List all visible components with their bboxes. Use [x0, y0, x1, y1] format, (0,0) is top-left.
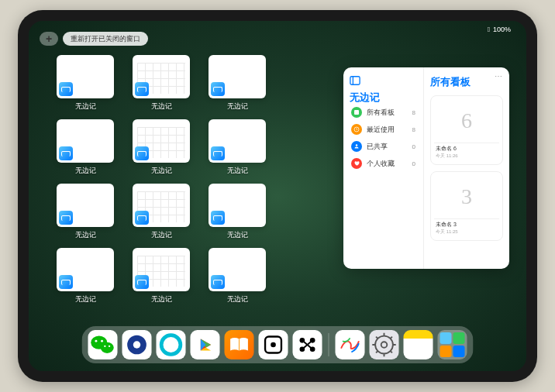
board-name: 未命名 6 [436, 145, 498, 153]
panel-item-share[interactable]: 已共享 0 [350, 139, 417, 154]
tile-preview [209, 119, 266, 163]
board-info: 未命名 6 今天 11:26 [434, 143, 499, 161]
board-card[interactable]: 3 未命名 3 今天 11:25 [430, 171, 503, 241]
svg-point-25 [381, 342, 388, 348]
mini-app-icon [453, 346, 465, 357]
panel-right: ⋯ 所有看板 6 未命名 6 今天 11:26 3 未命名 3 今天 11:25 [424, 67, 509, 269]
tile-label: 无边记 [227, 294, 248, 304]
app-window-tile[interactable]: 无边记 [52, 119, 119, 176]
qq-browser-icon[interactable]: HD [157, 330, 186, 359]
notes-icon[interactable] [404, 330, 433, 359]
app-window-tile[interactable]: 无边记 [204, 248, 271, 304]
board-time: 今天 11:26 [436, 153, 498, 160]
reopen-closed-window-button[interactable]: 重新打开已关闭的窗口 [63, 32, 148, 46]
app-window-tile[interactable]: 无边记 [128, 248, 195, 304]
freeform-app-icon [135, 275, 149, 289]
board-info: 未命名 3 今天 11:25 [434, 218, 499, 237]
svg-line-32 [390, 337, 392, 339]
clock-icon [351, 124, 362, 135]
svg-point-12 [133, 341, 141, 349]
more-button[interactable]: ⋯ [495, 72, 503, 81]
tile-preview [133, 184, 190, 227]
freeform-app-icon [211, 211, 225, 225]
item-label: 最近使用 [367, 125, 408, 135]
svg-line-30 [376, 337, 378, 339]
dock-separator [329, 333, 329, 356]
ipad-frame: 􀙇 100% + 重新打开已关闭的窗口 无边记无边记无边记无边记无边记无边记无边… [18, 10, 537, 382]
freeform-icon[interactable] [336, 330, 365, 359]
svg-point-10 [109, 346, 110, 347]
panel-item-clock[interactable]: 最近使用 8 [350, 122, 417, 137]
freeform-app-icon [211, 82, 225, 96]
tile-preview [57, 55, 114, 98]
svg-point-9 [104, 346, 105, 347]
panel-left: 无边记 所有看板 8 最近使用 8 已共享 0 个人收藏 0 [343, 67, 424, 269]
app-window-tile[interactable]: 无边记 [204, 184, 271, 240]
panel-right-title: 所有看板 [430, 75, 503, 89]
browser-blue-icon[interactable] [122, 330, 152, 359]
freeform-app-icon [59, 275, 73, 289]
settings-icon[interactable] [370, 330, 399, 359]
svg-line-33 [376, 351, 378, 353]
board-card[interactable]: 6 未命名 6 今天 11:26 [430, 95, 503, 165]
tile-preview [133, 55, 190, 98]
board-preview: 3 [434, 175, 499, 218]
svg-rect-0 [350, 77, 360, 85]
app-window-tile[interactable]: 无边记 [52, 248, 119, 304]
books-icon[interactable] [225, 330, 254, 359]
svg-point-6 [101, 342, 114, 353]
item-count: 8 [412, 126, 415, 133]
svg-point-4 [356, 144, 358, 146]
heart-icon [351, 158, 362, 169]
freeform-app-icon [59, 82, 73, 96]
panel-item-heart[interactable]: 个人收藏 0 [350, 156, 417, 171]
svg-line-31 [390, 351, 392, 353]
wifi-icon: 􀙇 [488, 26, 490, 33]
mini-app-icon [440, 346, 452, 357]
dots-icon[interactable] [293, 330, 322, 359]
share-icon [351, 141, 362, 152]
sidebar-icon[interactable] [350, 75, 360, 86]
screen: 􀙇 100% + 重新打开已关闭的窗口 无边记无边记无边记无边记无边记无边记无边… [29, 21, 526, 371]
tile-preview [57, 184, 114, 227]
app-window-tile[interactable]: 无边记 [128, 184, 195, 240]
board-preview: 6 [434, 99, 499, 143]
tile-preview [209, 55, 266, 98]
tile-preview [209, 184, 266, 227]
mini-app-icon [453, 332, 465, 344]
svg-point-17 [271, 342, 276, 348]
app-window-tile[interactable]: 无边记 [128, 55, 195, 112]
status-bar: 􀙇 100% [488, 26, 511, 33]
top-controls: + 重新打开已关闭的窗口 [40, 32, 148, 46]
tile-label: 无边记 [151, 101, 172, 112]
tile-preview [57, 248, 114, 291]
app-window-tile[interactable]: 无边记 [52, 184, 119, 240]
item-count: 0 [412, 143, 415, 150]
app-window-tile[interactable]: 无边记 [128, 119, 195, 176]
app-window-tile[interactable]: 无边记 [204, 119, 271, 176]
dice-icon[interactable] [259, 330, 288, 359]
new-window-button[interactable]: + [40, 32, 58, 46]
tile-label: 无边记 [75, 166, 96, 176]
play-icon[interactable] [191, 330, 220, 359]
app-switcher-grid: 无边记无边记无边记无边记无边记无边记无边记无边记无边记无边记无边记无边记 [52, 55, 346, 304]
panel-left-title: 无边记 [350, 91, 417, 105]
tile-label: 无边记 [151, 230, 172, 240]
tile-label: 无边记 [75, 101, 96, 112]
battery-label: 100% [493, 26, 511, 33]
app-window-tile[interactable]: 无边记 [52, 55, 119, 112]
freeform-app-icon [211, 275, 225, 289]
tile-preview [133, 248, 190, 291]
app-library-icon[interactable] [438, 330, 467, 359]
freeform-app-icon [59, 211, 73, 225]
tile-preview [133, 119, 190, 163]
panel-item-boards[interactable]: 所有看板 8 [350, 105, 417, 120]
item-label: 已共享 [367, 142, 408, 152]
board-time: 今天 11:25 [436, 229, 498, 236]
tile-preview [57, 119, 114, 163]
app-window-tile[interactable]: 无边记 [204, 55, 271, 112]
wechat-icon[interactable] [88, 330, 118, 359]
tile-label: 无边记 [227, 101, 248, 112]
board-name: 未命名 3 [436, 221, 498, 229]
tile-label: 无边记 [227, 166, 248, 176]
